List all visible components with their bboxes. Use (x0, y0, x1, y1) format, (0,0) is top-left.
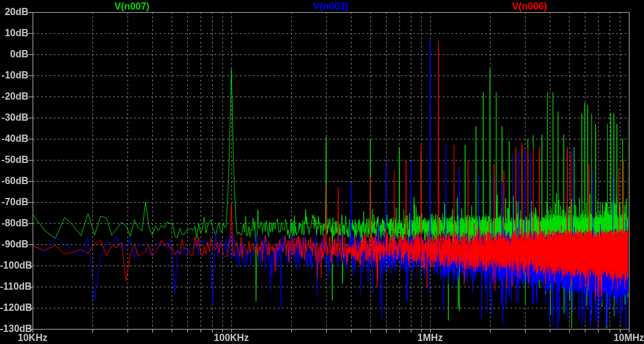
y-axis-tick-label: -120dB (0, 302, 28, 313)
y-axis-tick-label: -60dB (0, 176, 28, 186)
y-axis-tick-label: -100dB (0, 260, 28, 271)
y-axis-tick-label: -70dB (0, 197, 28, 208)
x-axis-tick-label: 1MHz (417, 333, 443, 343)
x-axis-tick-label: 100KHz (214, 333, 249, 343)
legend-trace-vn006[interactable]: V(n006) (512, 2, 547, 11)
y-axis-tick-label: -90dB (0, 239, 28, 250)
y-axis-tick-label: 10dB (0, 28, 28, 39)
y-axis-tick-label: -20dB (0, 91, 28, 102)
x-axis-tick-label: 10KHz (18, 333, 48, 343)
y-axis-tick-label: -110dB (0, 281, 28, 292)
y-axis-tick-label: 0dB (0, 49, 28, 60)
legend-trace-vn003[interactable]: V(n003) (314, 2, 349, 11)
y-axis-tick-label: -80dB (0, 218, 28, 229)
y-axis-tick-label: -10dB (0, 70, 28, 81)
spectrum-plot-canvas[interactable] (0, 0, 644, 344)
y-axis-tick-label: -40dB (0, 133, 28, 144)
spectrum-plot-pane: V(n007) V(n003) V(n006) 20dB10dB0dB-10dB… (0, 0, 644, 344)
y-axis-tick-label: -30dB (0, 112, 28, 123)
legend-trace-vn007[interactable]: V(n007) (115, 2, 150, 11)
y-axis-tick-label: -50dB (0, 154, 28, 165)
y-axis-tick-label: 20dB (0, 7, 28, 18)
x-axis-tick-label: 10MHz (614, 333, 644, 343)
